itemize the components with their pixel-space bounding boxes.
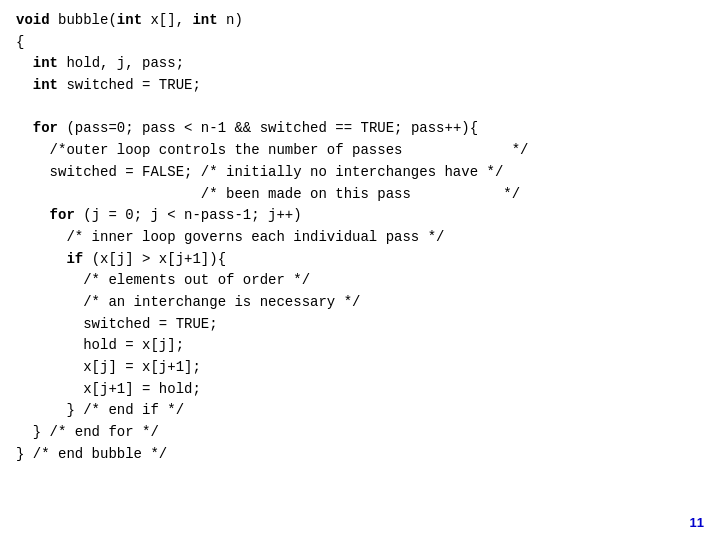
code-line-21: } /* end bubble */: [16, 444, 704, 466]
code-line-6: for (pass=0; pass < n-1 && switched == T…: [16, 118, 704, 140]
code-line-13: /* elements out of order */: [16, 270, 704, 292]
code-line-10: for (j = 0; j < n-pass-1; j++): [16, 205, 704, 227]
code-line-5: [16, 97, 704, 119]
code-line-15: switched = TRUE;: [16, 314, 704, 336]
code-line-8: switched = FALSE; /* initially no interc…: [16, 162, 704, 184]
code-line-14: /* an interchange is necessary */: [16, 292, 704, 314]
code-line-18: x[j+1] = hold;: [16, 379, 704, 401]
code-line-3: int hold, j, pass;: [16, 53, 704, 75]
code-line-20: } /* end for */: [16, 422, 704, 444]
code-line-7: /*outer loop controls the number of pass…: [16, 140, 704, 162]
code-block: void bubble(int x[], int n) { int hold, …: [0, 0, 720, 475]
code-line-11: /* inner loop governs each individual pa…: [16, 227, 704, 249]
code-line-9: /* been made on this pass */: [16, 184, 704, 206]
code-line-1: void bubble(int x[], int n): [16, 10, 704, 32]
code-line-16: hold = x[j];: [16, 335, 704, 357]
code-line-2: {: [16, 32, 704, 54]
code-line-19: } /* end if */: [16, 400, 704, 422]
code-line-12: if (x[j] > x[j+1]){: [16, 249, 704, 271]
code-line-4: int switched = TRUE;: [16, 75, 704, 97]
code-line-17: x[j] = x[j+1];: [16, 357, 704, 379]
slide-number: 11: [690, 515, 704, 530]
